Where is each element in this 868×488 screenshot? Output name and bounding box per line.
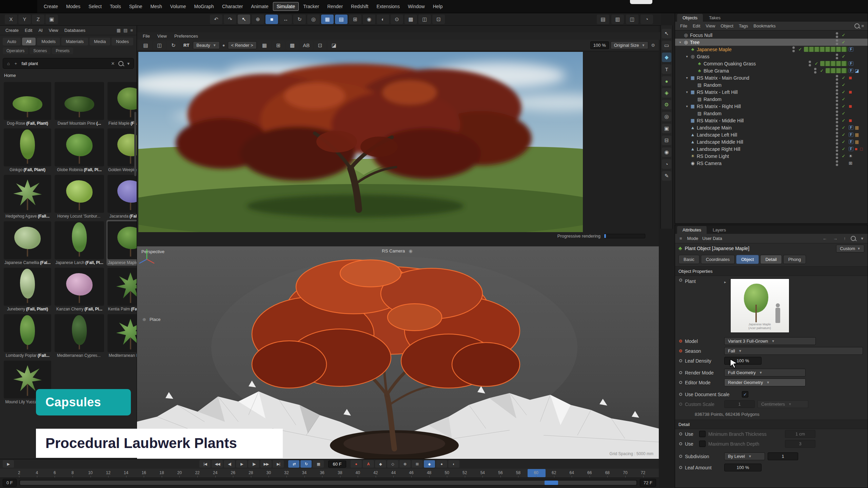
object-row[interactable]: ▨ Random ✓ (675, 96, 868, 103)
render-view-menu-item[interactable]: View (155, 33, 170, 39)
attribute-tab[interactable]: Layers (707, 226, 731, 234)
object-menu-item[interactable]: View (703, 23, 717, 29)
visibility-dots[interactable] (836, 96, 838, 102)
object-row[interactable]: ▨ Random ✓ (675, 81, 868, 88)
range-end-field[interactable]: 72 F (640, 479, 656, 487)
toolbar-icon[interactable]: ◎ (307, 15, 320, 24)
mode-menu[interactable]: Mode (687, 236, 698, 241)
menu-item[interactable]: Render (323, 2, 347, 11)
keyframe-button[interactable]: ◇ (387, 460, 398, 468)
axis-gizmo[interactable] (137, 246, 659, 460)
home-icon[interactable]: ⌂ (6, 61, 11, 66)
visibility-dots[interactable] (836, 153, 838, 159)
section-header-detail[interactable]: Detail (675, 420, 868, 429)
expand-arrow-icon[interactable]: ▾ (685, 55, 689, 58)
toolbar-icon[interactable]: ⊕ (252, 15, 264, 24)
filter-tab[interactable]: Materials (61, 38, 88, 45)
side-tool-icon[interactable]: ⚙ (662, 100, 671, 109)
menu-item[interactable]: Redshift (347, 2, 372, 11)
enable-check-icon[interactable]: ✓ (841, 118, 847, 123)
visibility-dots[interactable] (836, 103, 838, 109)
enable-check-icon[interactable]: ✓ (797, 47, 803, 52)
side-tool-icon[interactable]: ↖ (662, 29, 671, 38)
back-arrow-icon[interactable]: ← (822, 236, 828, 241)
property-tab-button[interactable]: Basic (678, 255, 699, 264)
search-icon[interactable] (851, 236, 856, 241)
filter-tab[interactable]: Nodes (112, 38, 133, 45)
object-row[interactable]: ▲ Landscape Right Hill ✓ (675, 145, 868, 152)
visibility-dots[interactable] (836, 54, 838, 59)
playback-button[interactable]: |◀ (199, 460, 211, 468)
add-path-icon[interactable]: + (14, 61, 18, 66)
side-tool-icon[interactable]: ◆ (662, 53, 671, 62)
render-tool-icon[interactable]: ▩ (286, 41, 299, 50)
render-tool-icon[interactable]: ▦ (258, 41, 271, 50)
perspective-viewport[interactable]: Perspective RS Camera ◉ ⊕ Place Grid Spa… (137, 246, 659, 460)
asset-menu-item[interactable]: View (46, 27, 61, 34)
menu-item[interactable]: Select (85, 2, 105, 11)
object-row[interactable]: ◉ RS Camera (675, 160, 868, 167)
render-select-dropdown[interactable]: < Render > (228, 41, 257, 49)
toolbar-icon[interactable]: ▦ (321, 15, 334, 24)
toolbar-icon[interactable]: ◫ (418, 15, 431, 24)
asset-item[interactable]: Field Maple(Fall, Plant) (106, 81, 137, 126)
render-view-menu-item[interactable]: Preferences (172, 33, 201, 39)
param-dot[interactable] (679, 432, 682, 435)
timeline-scrollbar[interactable] (19, 480, 637, 486)
asset-item[interactable]: Kentia Palm(Fall, Plant) (106, 266, 137, 312)
toolbar-icon[interactable]: ◐ (377, 15, 389, 24)
plant-preview-thumbnail[interactable]: Japanese Maple (Acer palmatum) (730, 279, 789, 333)
object-name[interactable]: RS Matrix - Middle Hill (697, 118, 744, 123)
visibility-dots[interactable] (836, 139, 838, 145)
asset-item[interactable]: Mediterranean Cypres... (54, 313, 105, 359)
toolbar-icon[interactable]: ↔ (279, 15, 292, 24)
asset-item[interactable]: Golden Weeping Willo... (106, 127, 137, 173)
object-name[interactable]: Focus Null (690, 33, 712, 38)
hamburger-icon[interactable]: ≡ (678, 236, 683, 241)
layout-icon[interactable]: ▥ (611, 15, 624, 24)
object-row[interactable]: ▲ Landscape Middle Hill ✓ (675, 138, 868, 145)
filter-tab[interactable]: Auto (3, 38, 21, 45)
gear-icon[interactable]: ⚙ (650, 43, 656, 48)
object-row[interactable]: ♣ Blue Grama ✓ (675, 67, 868, 74)
object-row[interactable]: ▦ RS Matrix - Middle Hill ✓ (675, 117, 868, 124)
menu-item[interactable]: MoGraph (191, 2, 218, 11)
toolbar-icon[interactable]: ⊞ (349, 15, 361, 24)
asset-item[interactable]: Jacaranda(Fall, Plant) (106, 174, 137, 219)
object-menu-item[interactable]: Tags (736, 23, 750, 29)
enable-check-icon[interactable]: ✓ (841, 111, 847, 116)
visibility-dots[interactable] (836, 146, 838, 152)
category-tab[interactable]: Presets (52, 47, 73, 54)
axis-lock-button[interactable]: Z (32, 15, 44, 24)
render-tool-icon[interactable]: ◫ (153, 41, 166, 50)
frame-ruler[interactable]: 2468101214161820222426283032343638404244… (0, 469, 659, 478)
toolbar-icon[interactable]: ⊙ (391, 15, 403, 24)
object-name[interactable]: Landscape Middle Hill (697, 139, 743, 145)
menu-item[interactable]: Tracker (299, 2, 323, 11)
render-view-menu-item[interactable]: File (140, 33, 153, 39)
forward-arrow-icon[interactable]: → (832, 236, 839, 241)
object-name[interactable]: RS Camera (697, 161, 722, 166)
panel-options-icon[interactable]: ≡ (129, 28, 134, 33)
clear-search-icon[interactable]: ✕ (110, 61, 116, 66)
menu-item[interactable]: Modes (62, 2, 84, 11)
object-row[interactable]: ☀ RS Dome Light ✓ (675, 152, 868, 160)
toolbar-icon[interactable]: ↷ (224, 15, 236, 24)
side-tool-icon[interactable]: ◎ (662, 112, 671, 121)
asset-item[interactable]: Japanese Larch(Fall, Pl... (54, 220, 105, 266)
menu-item[interactable]: Volume (166, 2, 190, 11)
enable-check-icon[interactable]: ✓ (841, 132, 847, 137)
render-tool-icon[interactable]: ⊡ (314, 41, 327, 50)
playback-button[interactable]: ▶| (273, 460, 284, 468)
keyframe-button[interactable]: ◈ (424, 460, 435, 468)
object-menu-item[interactable]: Edit (690, 23, 703, 29)
axis-lock-button[interactable]: X (5, 15, 17, 24)
render-mode-dropdown[interactable]: Full Geometry▼ (724, 369, 806, 377)
asset-menu-item[interactable]: AI (36, 27, 45, 34)
asset-item[interactable]: Japanese Maple(Fall, ... (106, 220, 137, 266)
sphere-icon[interactable]: ● (221, 43, 226, 48)
asset-item[interactable]: Dog-Rose(Fall, Plant) (3, 81, 52, 126)
search-icon[interactable] (118, 61, 123, 66)
render-tool-icon[interactable]: AB (300, 41, 313, 50)
expand-arrow-icon[interactable]: ▾ (685, 76, 689, 80)
